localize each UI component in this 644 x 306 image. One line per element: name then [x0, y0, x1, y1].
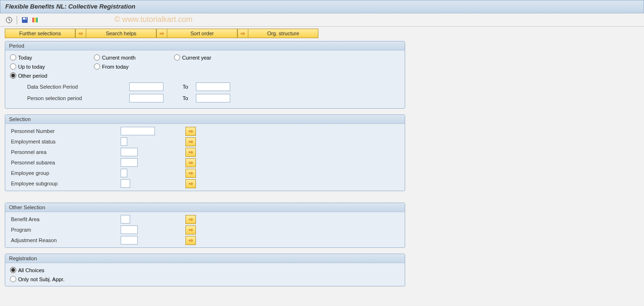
- personnel-area-label: Personnel area: [10, 149, 121, 155]
- employment-status-multi-button[interactable]: ⇨: [185, 137, 196, 146]
- arrow-right-icon: ⇨: [189, 128, 193, 134]
- arrow-right-icon: ⇨: [189, 160, 193, 166]
- other-selection-header: Other Selection: [5, 203, 405, 212]
- title-bar: Flexible Benefits NL: Collective Registr…: [0, 0, 644, 13]
- personnel-number-input[interactable]: [121, 127, 155, 135]
- benefit-area-multi-button[interactable]: ⇨: [185, 215, 196, 224]
- radio-up-to-today[interactable]: Up to today: [10, 63, 90, 70]
- arrow-right-icon: ⇨: [189, 149, 193, 155]
- to-label: To: [183, 95, 192, 101]
- svg-rect-6: [36, 18, 38, 22]
- adjustment-reason-multi-button[interactable]: ⇨: [185, 236, 196, 245]
- selection-header: Selection: [5, 115, 405, 124]
- svg-rect-3: [25, 18, 26, 19]
- save-variant-icon[interactable]: [20, 16, 29, 24]
- person-selection-to-input[interactable]: [196, 94, 230, 102]
- selection-group: Selection Personnel Number ⇨ Employment …: [5, 114, 405, 191]
- arrow-right-icon: ⇨: [160, 31, 164, 37]
- execute-icon[interactable]: [5, 16, 13, 24]
- svg-rect-5: [34, 18, 36, 22]
- arrow-right-icon: ⇨: [189, 170, 193, 176]
- employee-group-input[interactable]: [121, 169, 127, 177]
- search-helps-arrow[interactable]: ⇨: [75, 29, 86, 38]
- other-selection-group: Other Selection Benefit Area ⇨ Program ⇨…: [5, 203, 405, 248]
- registration-header: Registration: [5, 254, 405, 263]
- personnel-subarea-label: Personnel subarea: [10, 160, 121, 165]
- adjustment-reason-label: Adjustment Reason: [10, 237, 121, 243]
- data-selection-from-input[interactable]: [129, 82, 164, 91]
- employee-group-label: Employee group: [10, 170, 121, 176]
- arrow-right-icon: ⇨: [79, 31, 83, 37]
- selection-action-bar: Further selections ⇨ Search helps ⇨ Sort…: [5, 29, 629, 38]
- arrow-right-icon: ⇨: [189, 139, 193, 145]
- arrow-right-icon: ⇨: [189, 216, 193, 223]
- further-selections-button[interactable]: Further selections: [5, 29, 75, 38]
- program-multi-button[interactable]: ⇨: [185, 225, 196, 235]
- watermark: © www.tutorialkart.com: [114, 15, 193, 24]
- personnel-area-multi-button[interactable]: ⇨: [185, 148, 196, 157]
- app-toolbar: © www.tutorialkart.com: [0, 13, 644, 27]
- employee-subgroup-multi-button[interactable]: ⇨: [185, 179, 196, 188]
- separator: [17, 16, 17, 24]
- data-selection-to-input[interactable]: [196, 82, 230, 91]
- arrow-right-icon: ⇨: [241, 31, 245, 37]
- radio-current-month[interactable]: Current month: [94, 54, 170, 61]
- personnel-number-label: Personnel Number: [10, 128, 121, 134]
- search-helps-button[interactable]: Search helps: [86, 29, 156, 38]
- personnel-subarea-input[interactable]: [121, 158, 138, 167]
- radio-all-choices[interactable]: All Choices: [10, 267, 44, 273]
- period-header: Period: [5, 41, 405, 51]
- person-selection-from-input[interactable]: [129, 94, 164, 102]
- radio-current-year[interactable]: Current year: [174, 54, 211, 61]
- org-structure-button[interactable]: Org. structure: [248, 29, 318, 38]
- arrow-right-icon: ⇨: [189, 181, 193, 187]
- program-label: Program: [10, 227, 121, 233]
- personnel-number-multi-button[interactable]: ⇨: [185, 127, 196, 136]
- period-group: Period Today Current month Current year …: [5, 41, 405, 109]
- employee-subgroup-label: Employee subgroup: [10, 181, 121, 186]
- adjustment-reason-input[interactable]: [121, 236, 138, 245]
- to-label: To: [183, 84, 192, 90]
- radio-only-not-subj[interactable]: Only not Subj. Appr.: [10, 276, 64, 282]
- layout-icon[interactable]: [31, 16, 40, 24]
- arrow-right-icon: ⇨: [189, 237, 193, 244]
- employment-status-input[interactable]: [121, 137, 127, 146]
- main-content: Further selections ⇨ Search helps ⇨ Sort…: [0, 27, 644, 306]
- svg-rect-4: [32, 18, 34, 22]
- program-input[interactable]: [121, 225, 138, 234]
- data-selection-label: Data Selection Period: [27, 84, 129, 90]
- radio-from-today[interactable]: From today: [94, 63, 129, 70]
- radio-today[interactable]: Today: [10, 54, 90, 61]
- person-selection-label: Person selection period: [27, 95, 129, 101]
- benefit-area-input[interactable]: [121, 215, 130, 224]
- sort-order-button[interactable]: Sort order: [167, 29, 237, 38]
- radio-other-period[interactable]: Other period: [10, 72, 47, 79]
- arrow-right-icon: ⇨: [189, 227, 193, 233]
- sort-order-arrow[interactable]: ⇨: [156, 29, 167, 38]
- personnel-area-input[interactable]: [121, 148, 138, 156]
- org-structure-arrow[interactable]: ⇨: [237, 29, 248, 38]
- benefit-area-label: Benefit Area: [10, 216, 121, 222]
- employee-group-multi-button[interactable]: ⇨: [185, 169, 196, 178]
- registration-group: Registration All Choices Only not Subj. …: [5, 254, 405, 286]
- personnel-subarea-multi-button[interactable]: ⇨: [185, 158, 196, 167]
- employee-subgroup-input[interactable]: [121, 179, 130, 188]
- page-title: Flexible Benefits NL: Collective Registr…: [5, 3, 135, 10]
- employment-status-label: Employment status: [10, 139, 121, 144]
